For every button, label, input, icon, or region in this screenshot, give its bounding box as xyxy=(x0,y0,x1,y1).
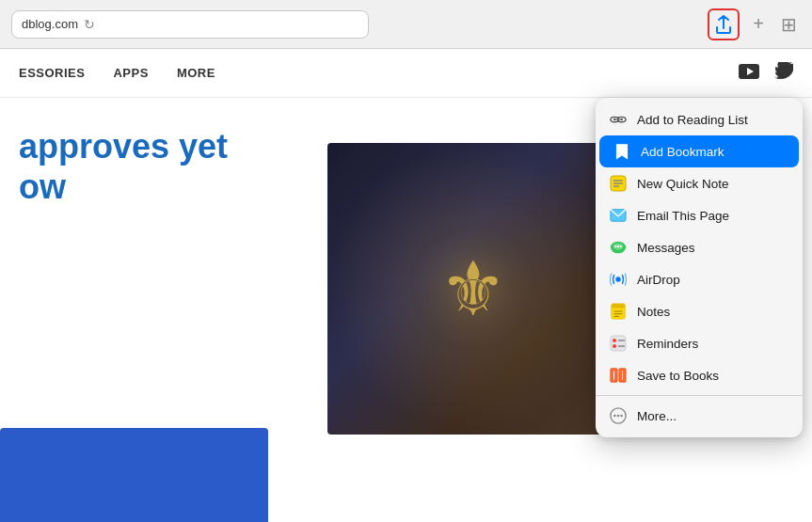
url-text: dblog.com xyxy=(22,17,78,31)
site-nav: ESSORIES APPS MORE xyxy=(0,49,812,98)
svg-rect-22 xyxy=(611,336,626,351)
svg-point-5 xyxy=(620,119,623,121)
svg-rect-18 xyxy=(612,304,625,308)
menu-item-messages[interactable]: Messages xyxy=(596,231,803,263)
menu-label-new-quick-note: New Quick Note xyxy=(637,177,729,191)
twitter-icon[interactable] xyxy=(774,62,793,84)
menu-item-email-this-page[interactable]: Email This Page xyxy=(596,199,803,231)
article-title-line2: ow xyxy=(19,167,66,206)
share-dropdown-menu: Add to Reading List Add Bookmark New Qui… xyxy=(596,98,803,437)
article-image-figure: ⚜ xyxy=(439,245,507,333)
menu-item-reminders[interactable]: Reminders xyxy=(596,327,803,359)
menu-label-reminders: Reminders xyxy=(637,337,698,351)
share-icon xyxy=(715,15,732,34)
nav-item-apps[interactable]: APPS xyxy=(113,66,148,80)
svg-point-34 xyxy=(620,415,623,418)
menu-label-notes: Notes xyxy=(637,305,670,319)
menu-divider xyxy=(596,395,803,396)
nav-item-accessories[interactable]: ESSORIES xyxy=(19,66,85,80)
new-tab-button[interactable]: + xyxy=(749,9,768,39)
nav-item-more[interactable]: MORE xyxy=(177,66,215,80)
menu-item-save-to-books[interactable]: Save to Books xyxy=(596,359,803,391)
quick-note-icon xyxy=(609,174,628,193)
article-image: ⚜ xyxy=(327,143,619,435)
svg-point-32 xyxy=(613,415,616,418)
svg-point-16 xyxy=(615,277,620,281)
youtube-icon[interactable] xyxy=(739,62,759,84)
reload-icon[interactable]: ↻ xyxy=(84,17,95,32)
notes-icon xyxy=(609,302,628,321)
email-icon xyxy=(609,206,628,225)
reading-list-icon xyxy=(609,110,628,129)
bookmark-icon xyxy=(613,142,631,161)
menu-label-messages: Messages xyxy=(637,241,695,255)
menu-label-email-this-page: Email This Page xyxy=(637,209,729,223)
menu-label-save-to-books: Save to Books xyxy=(637,369,719,383)
svg-point-13 xyxy=(614,245,616,247)
menu-item-airdrop[interactable]: AirDrop xyxy=(596,263,803,295)
menu-item-add-bookmark[interactable]: Add Bookmark xyxy=(599,135,799,167)
svg-point-15 xyxy=(620,245,622,247)
browser-toolbar: dblog.com ↻ + ⊞ xyxy=(0,0,812,49)
nav-social-icons xyxy=(739,62,793,84)
svg-point-14 xyxy=(617,245,619,247)
svg-point-33 xyxy=(617,415,620,418)
menu-label-reading-list: Add to Reading List xyxy=(637,113,748,127)
more-icon xyxy=(609,406,628,425)
menu-label-add-bookmark: Add Bookmark xyxy=(641,145,724,159)
menu-label-airdrop: AirDrop xyxy=(637,273,680,287)
menu-item-reading-list[interactable]: Add to Reading List xyxy=(596,103,803,135)
books-icon xyxy=(609,366,628,385)
share-button[interactable] xyxy=(708,8,740,40)
blue-banner xyxy=(0,428,268,522)
svg-point-4 xyxy=(613,119,616,121)
page-content: ESSORIES APPS MORE approves yet ow xyxy=(0,49,812,522)
svg-point-24 xyxy=(613,344,616,348)
airdrop-icon xyxy=(609,270,628,289)
menu-item-notes[interactable]: Notes xyxy=(596,295,803,327)
tabs-button[interactable]: ⊞ xyxy=(777,9,801,40)
messages-icon xyxy=(609,238,628,257)
address-bar[interactable]: dblog.com ↻ xyxy=(11,10,369,39)
menu-item-new-quick-note[interactable]: New Quick Note xyxy=(596,167,803,199)
article-title-line1: approves yet xyxy=(19,127,228,166)
menu-item-more[interactable]: More... xyxy=(596,400,803,432)
toolbar-right: + ⊞ xyxy=(708,8,801,40)
reminders-icon xyxy=(609,334,628,353)
menu-label-more: More... xyxy=(637,409,677,423)
article-title: approves yet ow xyxy=(19,126,320,207)
svg-point-23 xyxy=(613,339,616,342)
